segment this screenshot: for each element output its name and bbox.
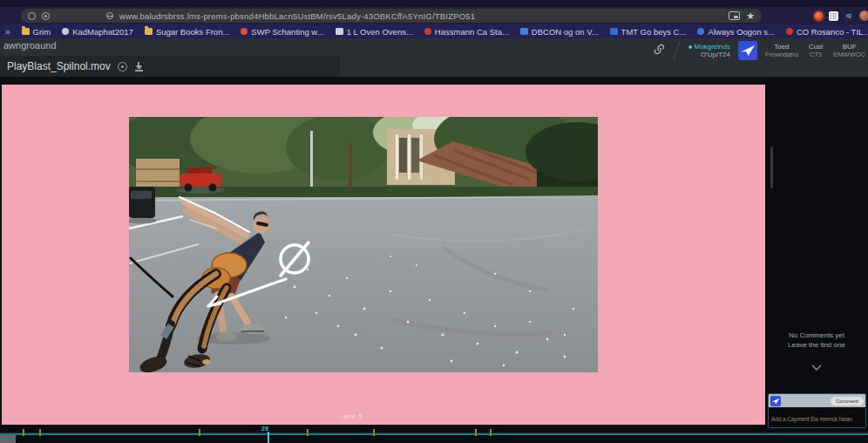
header-right-cluster: Mokgreinds O'Up/T24 ToedFrowndatruCustC7… [654,38,868,63]
timeline-marker[interactable] [199,429,200,436]
timeline-marker[interactable] [490,429,492,436]
bookmark-favicon [424,28,431,35]
timeline-marker[interactable] [39,429,41,436]
bookmark-label: Grim [33,27,51,37]
comment-composer[interactable]: Comment Add a Cayment Ew mmnck hwan [768,393,866,428]
extension-icon[interactable] [829,11,838,21]
bookmark-label: Always Oogon s... [708,27,775,37]
bookmark-item[interactable]: SWP Schanting w... [241,27,323,37]
comments-panel: No Comments yet Leave the first one [765,77,868,427]
bookmarks-bar-items: GrimKadMaphat2017Sugar Books Fron...SWP … [22,27,868,37]
extension-icon[interactable] [814,11,824,21]
bookmark-favicon [145,28,153,35]
picture-in-picture-icon[interactable] [729,11,740,20]
bookmark-favicon [336,28,343,35]
address-bar[interactable]: www.baludrsbrss.lms-prems-pbsnd4HbbLacn5… [21,9,762,23]
screen: www.baludrsbrss.lms-prems-pbsnd4HbbLacn5… [0,0,868,443]
header-stat[interactable]: ToedFrowndatru [765,43,798,59]
copy-link-icon[interactable] [654,43,665,58]
stat-line2: Frowndatru [765,51,798,59]
frame-watermark: wde 5 [343,413,363,419]
timeline-marker[interactable] [373,429,375,436]
header-stat[interactable]: BUFEMWWOC [833,43,865,59]
refresh-icon[interactable] [42,12,50,20]
bookmark-label: Sugar Books Fron... [156,27,229,37]
user-avatar [770,396,781,406]
street-pole [310,131,313,187]
project-name[interactable]: awngroaund [3,40,57,51]
bookmark-favicon [22,28,30,35]
stat-line1: Cust [809,43,823,51]
composer-toolbar: Comment [769,394,865,407]
extension-icon[interactable]: IQ [844,11,854,21]
stat-line2: C73 [810,51,822,59]
playhead-frame-label: 29 [261,426,268,432]
bookmark-label: Hassmann Ca Sta... [435,27,509,37]
bookmark-item[interactable]: DBCON og on V... [520,27,599,37]
header-stat[interactable]: CustC73 [809,43,823,59]
video-timeline[interactable]: 29 [0,427,868,443]
site-info-icon[interactable] [106,12,113,19]
chevron-down-icon[interactable] [811,365,822,371]
app-header: awngroaund PlayBlast_Spilnol.mov Mokgrei… [0,38,868,77]
status-text: Mokgreinds [695,43,730,51]
comments-empty-subtitle: Leave the first one [765,341,868,351]
extensions-cluster: IQ [814,9,868,23]
bookmark-star-icon[interactable]: ★ [746,11,755,20]
status-count: O'Up/T24 [701,51,730,58]
comment-placeholder: Add a Cayment Ew mmnck hwan [771,416,852,422]
bookmark-item[interactable]: TMT Go beys C... [610,27,687,37]
video-frame[interactable] [129,117,598,372]
stat-line1: Toed [774,43,789,51]
bookmark-favicon [610,28,618,35]
url-text[interactable]: www.baludrsbrss.lms-prems-pbsnd4HbbLacn5… [119,11,722,21]
bookmark-item[interactable]: KadMaphat2017 [62,27,133,37]
bookmark-favicon [241,28,248,35]
bookmark-item[interactable]: Sugar Books Fron... [145,27,229,37]
timeline-marker[interactable] [307,429,309,436]
timeline-marker[interactable] [475,429,477,436]
browser-toolbar: www.baludrsbrss.lms-prems-pbsnd4HbbLacn5… [0,7,868,24]
bookmarks-overflow-chevron[interactable]: » [5,27,10,37]
browser-tab-strip [0,0,868,7]
review-status: Mokgreinds O'Up/T24 [688,43,730,58]
download-icon[interactable] [134,62,144,72]
timeline-track[interactable] [0,433,868,435]
comment-submit-button[interactable]: Comment [831,397,864,406]
bookmark-label: TMT Go beys C... [621,27,687,37]
scrollbar-thumb[interactable] [770,147,773,188]
bookmark-label: CO Rosanco - TIL... [797,27,868,37]
back-icon[interactable] [28,12,36,20]
bookmark-item[interactable]: Always Oogon s... [697,27,775,37]
app-logo[interactable] [738,41,757,60]
comments-empty-state: No Comments yet Leave the first one [765,331,868,350]
divider [673,41,680,59]
comment-input[interactable]: Add a Cayment Ew mmnck hwan [769,407,865,427]
status-dot-icon [688,45,692,49]
info-icon[interactable] [118,62,127,72]
bookmark-item[interactable]: 1 L Oven Ovens... [336,27,413,37]
bookmark-label: 1 L Oven Ovens... [347,27,413,37]
comments-empty-title: No Comments yet [765,331,868,341]
stat-line1: BUF [843,43,857,51]
bookmark-favicon [786,28,793,35]
bookmark-label: DBCON og on V... [532,27,599,37]
file-name[interactable]: PlayBlast_Spilnol.mov [7,60,111,72]
bookmarks-bar: » GrimKadMaphat2017Sugar Books Fron...SW… [0,24,868,38]
bookmark-item[interactable]: CO Rosanco - TIL... [786,27,868,37]
bookmark-favicon [62,28,69,35]
file-row: PlayBlast_Spilnol.mov [0,56,340,77]
stat-line2: EMWWOC [833,51,865,59]
timeline-marker[interactable] [23,429,24,436]
bookmark-item[interactable]: Grim [22,27,51,37]
playhead[interactable] [268,432,269,443]
bookmark-item[interactable]: Hassmann Ca Sta... [424,27,509,37]
timeline-handle[interactable] [0,435,16,443]
header-stats: ToedFrowndatruCustC73BUFEMWWOC [765,43,865,59]
bookmark-label: SWP Schanting w... [251,27,323,37]
bookmark-label: KadMaphat2017 [72,27,133,37]
bookmark-favicon [697,28,704,35]
bookmark-favicon [520,28,528,35]
profile-avatar[interactable] [859,10,868,21]
